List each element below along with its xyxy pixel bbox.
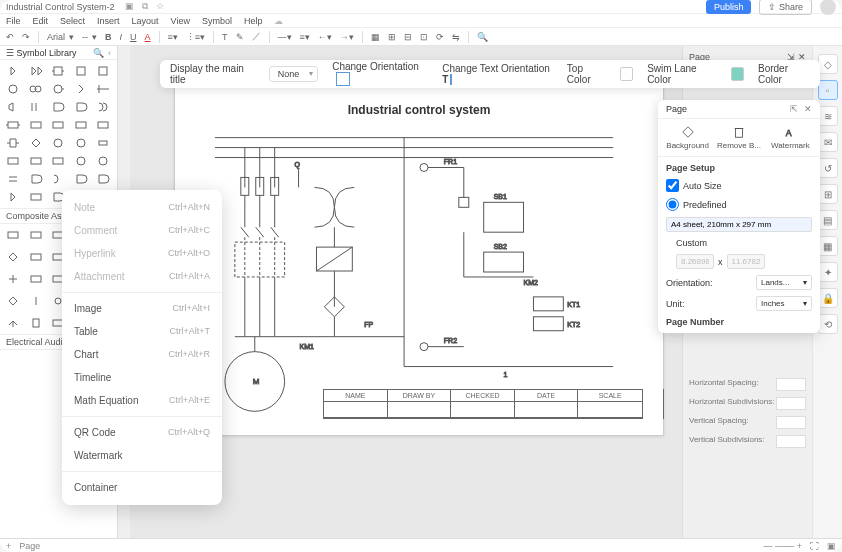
- shape[interactable]: [27, 190, 45, 204]
- auto-size-check[interactable]: Auto Size: [666, 179, 812, 192]
- shape[interactable]: [72, 118, 90, 132]
- align-icon[interactable]: ≡▾: [168, 32, 178, 42]
- rail-ruler-icon[interactable]: ▤: [818, 210, 838, 230]
- distribute-icon[interactable]: ⊟: [404, 32, 412, 42]
- rail-history-icon[interactable]: ↺: [818, 158, 838, 178]
- menu-view[interactable]: View: [171, 16, 190, 26]
- rail-grid-icon[interactable]: ▦: [818, 236, 838, 256]
- ctx-chart[interactable]: ChartCtrl+Alt+R: [62, 343, 222, 366]
- folder-icon[interactable]: ▣: [125, 1, 134, 12]
- shape[interactable]: [4, 136, 22, 150]
- shape[interactable]: [4, 100, 22, 114]
- border-color[interactable]: Border Color: [758, 63, 810, 85]
- height-input[interactable]: [727, 254, 765, 269]
- menu-symbol[interactable]: Symbol: [202, 16, 232, 26]
- shape[interactable]: [49, 136, 67, 150]
- ctx-comment[interactable]: CommentCtrl+Alt+C: [62, 219, 222, 242]
- shape[interactable]: [27, 316, 45, 330]
- menu-select[interactable]: Select: [60, 16, 85, 26]
- close-icon[interactable]: ✕: [804, 104, 812, 114]
- shape[interactable]: [94, 82, 112, 96]
- rail-align-icon[interactable]: ⊞: [818, 184, 838, 204]
- shape[interactable]: [94, 64, 112, 78]
- predefined-radio[interactable]: Predefined: [666, 198, 812, 211]
- undo-icon[interactable]: ↶: [6, 32, 14, 42]
- lib-close-icon[interactable]: ‹: [108, 48, 111, 58]
- avatar[interactable]: [820, 0, 836, 15]
- rail-comment-icon[interactable]: ✉: [818, 132, 838, 152]
- menu-edit[interactable]: Edit: [33, 16, 49, 26]
- shape[interactable]: [72, 82, 90, 96]
- custom-radio[interactable]: Custom: [676, 238, 812, 248]
- rail-theme-icon[interactable]: ◇: [818, 54, 838, 74]
- shape[interactable]: [4, 118, 22, 132]
- rail-lock-icon[interactable]: 🔒: [818, 288, 838, 308]
- shape[interactable]: [27, 172, 45, 186]
- line-style-icon[interactable]: —▾: [278, 32, 292, 42]
- top-color-swatch[interactable]: [620, 67, 633, 81]
- vspacing-input[interactable]: [776, 416, 806, 429]
- swim-lane-color[interactable]: Swim Lane Color: [647, 63, 717, 85]
- shape[interactable]: [94, 136, 112, 150]
- shape[interactable]: [4, 272, 22, 286]
- shape[interactable]: [72, 64, 90, 78]
- star-icon[interactable]: ☆: [156, 1, 164, 12]
- ctx-image[interactable]: ImageCtrl+Alt+I: [62, 297, 222, 320]
- shape[interactable]: [4, 82, 22, 96]
- publish-button[interactable]: Publish: [706, 0, 752, 14]
- menu-help[interactable]: Help: [244, 16, 263, 26]
- page-tab[interactable]: Page: [19, 541, 40, 551]
- search-icon[interactable]: 🔍: [477, 32, 488, 42]
- shape[interactable]: [4, 294, 22, 308]
- paper-size-select[interactable]: [666, 217, 812, 232]
- rail-snap-icon[interactable]: ✦: [818, 262, 838, 282]
- align-objects-icon[interactable]: ⊞: [388, 32, 396, 42]
- shape[interactable]: [72, 154, 90, 168]
- width-input[interactable]: [676, 254, 714, 269]
- underline-icon[interactable]: U: [130, 32, 137, 42]
- ctx-note[interactable]: NoteCtrl+Alt+N: [62, 196, 222, 219]
- group-icon[interactable]: ⊡: [420, 32, 428, 42]
- shape[interactable]: [94, 154, 112, 168]
- shape[interactable]: [72, 172, 90, 186]
- rail-layers-icon[interactable]: ≋: [818, 106, 838, 126]
- menu-layout[interactable]: Layout: [132, 16, 159, 26]
- lib-search-icon[interactable]: 🔍: [93, 48, 104, 58]
- ctx-watermark[interactable]: Watermark: [62, 444, 222, 467]
- display-main-title[interactable]: Display the main title: [170, 63, 255, 85]
- redo-icon[interactable]: ↷: [22, 32, 30, 42]
- top-color[interactable]: Top Color: [567, 63, 606, 85]
- ctx-qrcode[interactable]: QR CodeCtrl+Alt+Q: [62, 421, 222, 444]
- shape[interactable]: [72, 136, 90, 150]
- text-tool-icon[interactable]: T: [222, 32, 228, 42]
- shape[interactable]: [27, 118, 45, 132]
- shape[interactable]: [49, 64, 67, 78]
- popout-icon[interactable]: ⇱: [790, 104, 798, 114]
- arrow-end-icon[interactable]: →▾: [340, 32, 354, 42]
- ctx-math[interactable]: Math EquationCtrl+Alt+E: [62, 389, 222, 412]
- shape[interactable]: [27, 294, 45, 308]
- font-select[interactable]: Arial: [47, 32, 65, 42]
- shape[interactable]: [4, 316, 22, 330]
- vsub-input[interactable]: [776, 435, 806, 448]
- shape[interactable]: [49, 100, 67, 114]
- shape[interactable]: [49, 118, 67, 132]
- fullscreen-icon[interactable]: ▣: [827, 541, 836, 551]
- shape[interactable]: [27, 250, 45, 264]
- shape[interactable]: [4, 172, 22, 186]
- hspacing-input[interactable]: [776, 378, 806, 391]
- shape[interactable]: [27, 136, 45, 150]
- shape[interactable]: [49, 82, 67, 96]
- arrow-start-icon[interactable]: ←▾: [318, 32, 332, 42]
- shape[interactable]: [94, 172, 112, 186]
- flip-icon[interactable]: ⇋: [452, 32, 460, 42]
- shape[interactable]: [4, 250, 22, 264]
- bold-icon[interactable]: B: [105, 32, 112, 42]
- line-weight-icon[interactable]: ≡▾: [300, 32, 310, 42]
- ctx-container[interactable]: Container: [62, 476, 222, 499]
- shape[interactable]: [27, 64, 45, 78]
- line-tool-icon[interactable]: ／: [252, 30, 261, 43]
- shape[interactable]: [27, 228, 45, 242]
- rotate-icon[interactable]: ⟳: [436, 32, 444, 42]
- font-color-icon[interactable]: A: [145, 32, 151, 42]
